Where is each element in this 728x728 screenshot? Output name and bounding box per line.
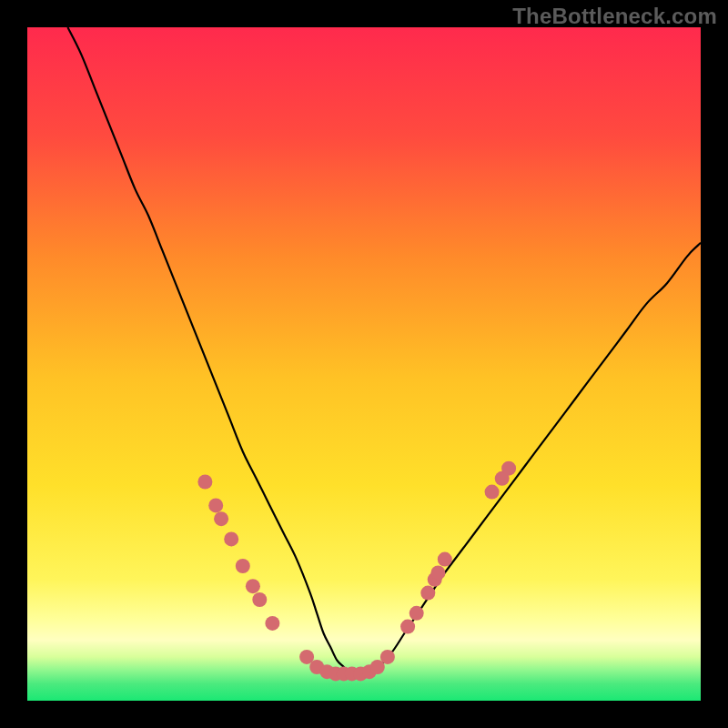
data-point	[400, 620, 415, 634]
data-point	[208, 498, 223, 512]
data-point	[485, 485, 500, 500]
plot-area	[27, 27, 701, 701]
data-point	[265, 616, 279, 631]
watermark-text: TheBottleneck.com	[512, 4, 717, 29]
data-point	[252, 592, 267, 607]
data-point	[380, 650, 395, 664]
data-point	[224, 531, 238, 546]
data-point	[197, 475, 212, 490]
data-point	[236, 559, 250, 573]
chart-frame: TheBottleneck.com	[0, 0, 728, 728]
data-point	[246, 579, 260, 593]
data-point	[410, 606, 424, 621]
data-point	[420, 586, 435, 601]
data-point	[438, 552, 452, 567]
bottleneck-curve	[67, 27, 701, 674]
curve-layer	[27, 27, 701, 701]
data-point	[214, 511, 228, 526]
data-point	[501, 461, 516, 476]
data-point	[430, 565, 445, 580]
